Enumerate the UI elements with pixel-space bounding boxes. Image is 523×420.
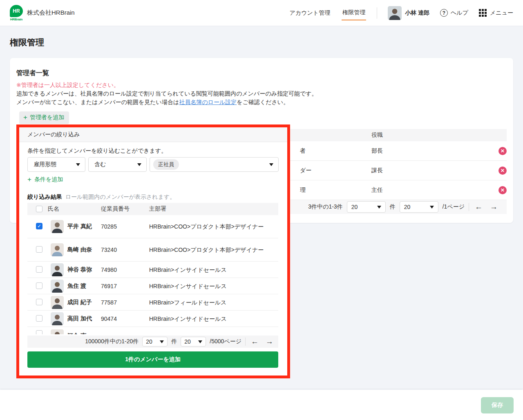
row-checkbox[interactable] [36, 330, 42, 334]
filter-field-select[interactable]: 雇用形態 [27, 157, 85, 172]
member-avatar [51, 243, 64, 256]
row-checkbox[interactable] [36, 315, 42, 322]
save-button[interactable]: 保存 [481, 397, 514, 413]
pagination-range: 3件中の1-3件 [308, 203, 342, 211]
chevron-down-icon [137, 163, 141, 166]
member-row: ✓ 平井 真紀 70285 HRBrain>COO>プロダクト本部>デザイナー [27, 215, 278, 238]
prev-page-button[interactable]: ← [473, 202, 484, 211]
delete-admin-button[interactable]: ✕ [498, 186, 507, 194]
member-row: 島崎 由奈 73240 HRBrain>COO>プロダクト本部>デザイナー [27, 238, 278, 262]
member-row: 成田 紀子 77587 HRBrain>フィールドセールス [27, 294, 278, 311]
member-filter-popup: メンバーの絞り込み 条件を指定してメンバーを絞り込むことができます。 雇用形態 … [19, 127, 287, 376]
member-avatar [51, 263, 64, 276]
screen: HR HRBrain 株式会社HRBrain アカウント管理 権限管理 小林 達… [0, 0, 523, 420]
row-checkbox[interactable] [36, 266, 42, 273]
header-divider [377, 7, 377, 19]
pagination-range: 100000件中の1-20件 [85, 338, 139, 345]
member-avatar [51, 296, 64, 309]
nav-permission-management[interactable]: 権限管理 [342, 6, 366, 20]
admin-warning: ※管理者は一人以上設定してください。 [16, 82, 119, 89]
user-menu[interactable]: 小林 達郎 [388, 6, 429, 20]
add-condition-button[interactable]: + 条件を追加 [27, 176, 63, 183]
description-line2: メンバーが出てこない、またはメンバーの範囲を見たい場合は社員名簿のロール設定をご… [16, 99, 289, 106]
next-page-button[interactable]: → [488, 202, 499, 211]
member-avatar [51, 329, 64, 334]
page-select[interactable]: 20 [400, 201, 438, 213]
filter-value-select[interactable]: 正社員 [150, 157, 279, 172]
chevron-down-icon [377, 206, 381, 209]
member-avatar [51, 220, 64, 233]
result-line: 絞り込み結果ロール範囲内のメンバーが表示されます。 [27, 193, 175, 201]
member-avatar [51, 312, 64, 325]
row-checkbox[interactable] [36, 282, 42, 289]
add-admin-button[interactable]: + 管理者を追加 [19, 111, 69, 124]
pagination-unit: 件 [390, 203, 396, 211]
popup-title: メンバーの絞り込み [19, 127, 287, 142]
pagination-unit: 件 [171, 338, 177, 345]
per-page-select[interactable]: 20 [142, 337, 168, 347]
member-row-partial: 河合 恵 [27, 327, 278, 334]
x-icon: ✕ [501, 187, 505, 193]
delete-admin-button[interactable]: ✕ [498, 147, 507, 155]
x-icon: ✕ [501, 148, 505, 154]
filter-row: 雇用形態 含む 正社員 [27, 157, 279, 172]
member-table-pagination: 100000件中の1-20件 20 件 20 /5000ページ ← → [27, 336, 278, 348]
footer-bar: 保存 [0, 390, 523, 420]
role-settings-link[interactable]: 社員名簿のロール設定 [179, 99, 237, 105]
next-page-button[interactable]: → [264, 337, 275, 346]
menu-label: メニュー [490, 9, 513, 17]
result-hint: ロール範囲内のメンバーが表示されます。 [65, 193, 176, 200]
row-checkbox[interactable]: ✓ [36, 223, 42, 229]
help-label: ヘルプ [451, 9, 468, 17]
member-avatar [51, 280, 64, 293]
card-title: 管理者一覧 [16, 69, 49, 78]
chevron-down-icon [160, 340, 164, 343]
select-all-checkbox[interactable] [36, 206, 42, 212]
chevron-down-icon [76, 163, 80, 166]
prev-page-button[interactable]: ← [249, 337, 260, 346]
chevron-down-icon [198, 340, 202, 343]
delete-admin-button[interactable]: ✕ [498, 167, 507, 175]
row-checkbox[interactable] [36, 299, 42, 305]
page-select[interactable]: 20 [181, 337, 206, 347]
plus-icon: + [27, 177, 31, 182]
add-members-submit-button[interactable]: 1件のメンバーを追加 [27, 351, 278, 368]
help-button[interactable]: ? ヘルプ [440, 9, 468, 17]
user-avatar [388, 6, 402, 20]
selected-value-chip: 正社員 [153, 159, 179, 170]
app-header: HR HRBrain 株式会社HRBrain アカウント管理 権限管理 小林 達… [0, 0, 523, 26]
page-title: 権限管理 [10, 37, 44, 48]
nav-account-management[interactable]: アカウント管理 [289, 6, 331, 20]
hrbrain-logo-icon: HR [10, 5, 23, 17]
hrbrain-logo[interactable]: HR HRBrain [10, 5, 23, 21]
annotation-highlight-box: メンバーの絞り込み 条件を指定してメンバーを絞り込むことができます。 雇用形態 … [16, 124, 290, 378]
pagination-divider [469, 203, 469, 211]
x-icon: ✕ [501, 168, 505, 173]
per-page-select[interactable]: 20 [347, 201, 386, 213]
member-row: 高田 加代 90474 HRBrain>インサイドセールス [27, 311, 278, 327]
chevron-down-icon [430, 206, 434, 209]
grid-menu-icon [479, 9, 487, 17]
member-table: 氏名 従業員番号 主部署 ✓ 平井 真紀 70285 HRBrain>COO>プ… [27, 203, 278, 334]
member-row: 神谷 恭弥 74980 HRBrain>インサイドセールス [27, 262, 278, 278]
filter-operator-select[interactable]: 含む [88, 157, 147, 172]
menu-button[interactable]: メニュー [479, 9, 513, 17]
help-icon: ? [440, 9, 448, 17]
result-label: 絞り込み結果 [27, 193, 62, 200]
pagination-total-pages: /5000ページ [210, 338, 241, 345]
member-row: 魚住 渡 76917 HRBrain>インサイドセールス [27, 278, 278, 294]
company-name: 株式会社HRBrain [27, 9, 75, 17]
user-name: 小林 達郎 [405, 9, 429, 17]
chevron-down-icon [269, 163, 273, 166]
description-line1: 追加できるメンバーは、社員名簿のロール設定で割り当てられている閲覧可能範囲内のメ… [16, 90, 317, 98]
pagination-divider [245, 338, 246, 346]
filter-hint: 条件を指定してメンバーを絞り込むことができます。 [27, 147, 167, 155]
pagination-total-pages: /1ページ [443, 203, 465, 211]
row-checkbox[interactable] [36, 246, 42, 253]
role-column-header: 役職 [371, 131, 383, 139]
plus-icon: + [23, 115, 27, 120]
member-table-header: 氏名 従業員番号 主部署 [27, 203, 278, 215]
